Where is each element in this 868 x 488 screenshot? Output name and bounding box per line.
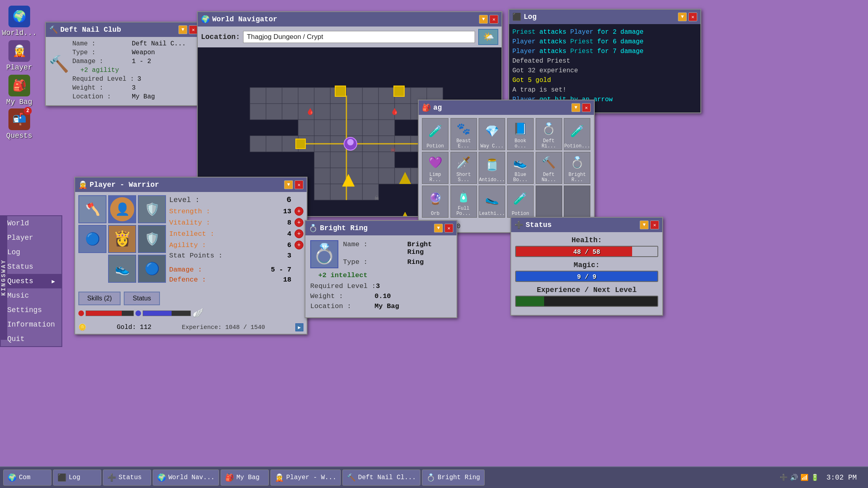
bag-slot-12[interactable]: 💍 Bright R... <box>564 152 590 184</box>
close-btn[interactable]: ✕ <box>189 25 198 34</box>
minimize-btn[interactable]: ▼ <box>571 103 580 112</box>
close-btn[interactable]: ✕ <box>688 12 697 21</box>
minimize-btn[interactable]: ▼ <box>284 180 293 189</box>
equip-slot-ring[interactable]: 🔵 <box>138 255 166 283</box>
close-btn[interactable]: ✕ <box>650 221 659 229</box>
log-titlebar[interactable]: ⬛ Log ▼ ✕ <box>509 10 700 24</box>
location-input[interactable] <box>243 31 475 43</box>
svg-rect-8 <box>362 88 379 104</box>
svg-rect-44 <box>266 136 282 152</box>
health-bar-row: Health: 48 / 58 <box>515 236 658 257</box>
svg-rect-28 <box>346 120 362 136</box>
close-btn[interactable]: ✕ <box>295 180 303 189</box>
taskbar-deft-nail[interactable]: 🔨 Deft Nail Cl... <box>342 470 420 486</box>
sidebar-item-player[interactable]: Player <box>1 231 61 245</box>
bag-slot-13[interactable]: 🔮 Orb <box>422 186 448 218</box>
bag-slot-10[interactable]: 👟 Blue Bo... <box>507 152 534 184</box>
taskbar-status[interactable]: ➕ Status <box>103 470 151 486</box>
desktop-icon-quests[interactable]: 📬 2 Quests <box>3 108 35 140</box>
agility-plus-btn[interactable]: + <box>295 241 303 249</box>
taskbar-mybag-icon: 🎒 <box>225 473 234 482</box>
equip-slot-2[interactable]: 👤 <box>108 195 136 223</box>
bright-ring-window: 💍 Bright Ring ▼ ✕ 💍 Name : Bright Ring T… <box>305 220 457 318</box>
bag-slot-3[interactable]: 💎 Way C... <box>479 118 505 150</box>
svg-rect-47 <box>330 152 346 168</box>
log-line-4: Defeated Priest <box>512 56 697 66</box>
svg-rect-54 <box>362 168 379 184</box>
taskbar-log[interactable]: ⬛ Log <box>53 470 101 486</box>
close-btn[interactable]: ✕ <box>582 103 591 112</box>
bag-slot-8[interactable]: 🗡️ Short S... <box>450 152 477 184</box>
bag-slot-2[interactable]: 🐾 Beast E... <box>450 118 477 150</box>
bag-slot-7[interactable]: 💜 Limp R... <box>422 152 448 184</box>
bag-slot-15[interactable]: 🥿 Leathi... <box>479 186 505 218</box>
equip-slot-3[interactable]: 🛡️ <box>138 195 166 223</box>
close-btn[interactable]: ✕ <box>489 15 498 24</box>
log-window: ⬛ Log ▼ ✕ Priest attacks Player for 2 da… <box>508 9 701 113</box>
desktop-icon-world[interactable]: 🌍 World... <box>3 6 35 37</box>
sidebar-item-settings[interactable]: Settings <box>1 303 61 317</box>
sidebar-item-quit[interactable]: Quit <box>1 332 61 346</box>
status-icon: ➕ <box>514 221 523 229</box>
taskbar-bright-ring[interactable]: 💍 Bright Ring <box>422 470 485 486</box>
sidebar-item-quests[interactable]: Quests ▶ <box>1 274 61 288</box>
equip-slot-1[interactable]: 🪓 <box>78 195 106 223</box>
sidebar-item-log[interactable]: Log <box>1 245 61 259</box>
desktop-icon-mybag[interactable]: 🎒 My Bag <box>3 75 35 106</box>
minimize-btn[interactable]: ▼ <box>178 25 187 34</box>
status-title: Status <box>526 221 552 229</box>
close-btn[interactable]: ✕ <box>444 224 453 233</box>
taskbar-world-nav[interactable]: 🌍 World Nav... <box>153 470 219 486</box>
health-combat-bar <box>86 310 134 316</box>
equip-slot-boots[interactable]: 👟 <box>108 255 136 283</box>
taskbar-player[interactable]: 🧝 Player - W... <box>270 470 341 486</box>
taskbar-clock: 3:02 PM <box>821 474 862 482</box>
equip-slot-6[interactable]: 🛡️ <box>138 225 166 253</box>
bag-slot-6[interactable]: 🧪 Potion... <box>564 118 590 150</box>
deft-nail-club-titlebar[interactable]: 🔨 Deft Nail Club ▼ ✕ <box>46 22 201 37</box>
equip-slot-portrait[interactable]: 👸 <box>108 225 136 253</box>
desktop-icon-player[interactable]: 🧝 Player <box>3 40 35 71</box>
taskbar-com[interactable]: 🌍 Com <box>3 470 51 486</box>
equip-slot-4[interactable]: 🔵 <box>78 225 106 253</box>
vitality-plus-btn[interactable]: + <box>295 218 303 227</box>
log-content[interactable]: Priest attacks Player for 2 damage Playe… <box>509 24 700 112</box>
skills-button[interactable]: Skills (2) <box>78 292 121 305</box>
bag-grid: 🧪 Potion 🐾 Beast E... 💎 Way C... 📘 Book … <box>419 115 594 221</box>
player-titlebar[interactable]: 🧝 Player - Warrior ▼ ✕ <box>75 178 307 192</box>
log-icon: ⬛ <box>512 12 521 21</box>
svg-rect-52 <box>330 168 346 184</box>
bag-slot-14[interactable]: 🧴 Full Po... <box>450 186 477 218</box>
level-row: Level : 6 <box>169 195 303 204</box>
sidebar-item-music[interactable]: Music <box>1 288 61 303</box>
sidebar-item-world[interactable]: World <box>1 216 61 231</box>
bag-slot-1[interactable]: 🧪 Potion <box>422 118 448 150</box>
xp-status-bar <box>515 296 658 307</box>
my-bag-titlebar[interactable]: 🎒 ag ▼ ✕ <box>419 100 594 115</box>
strength-plus-btn[interactable]: + <box>295 207 303 216</box>
taskbar-my-bag[interactable]: 🎒 My Bag <box>221 470 269 486</box>
stat-points-row: Stat Points : 3 <box>169 252 303 259</box>
minimize-btn[interactable]: ▼ <box>434 224 443 233</box>
minimize-btn[interactable]: ▼ <box>479 15 488 24</box>
world-navigator-titlebar[interactable]: 🌍 World Navigator ▼ ✕ <box>198 12 502 27</box>
svg-rect-26 <box>314 120 330 136</box>
bag-slot-16[interactable]: 🧪 Potion <box>507 186 534 218</box>
status-titlebar[interactable]: ➕ Status ▼ ✕ <box>511 218 662 232</box>
sidebar-item-information[interactable]: Information <box>1 317 61 332</box>
xp-expand-btn[interactable]: ▶ <box>295 323 303 331</box>
bag-slot-5[interactable]: 💍 Deft Ri... <box>536 118 562 150</box>
tray-signal-icon: 📶 <box>800 474 809 482</box>
player-window-title: Player - Warrior <box>90 181 159 189</box>
minimize-btn[interactable]: ▼ <box>678 12 687 21</box>
minimize-btn[interactable]: ▼ <box>640 221 649 229</box>
bag-slot-4[interactable]: 📘 Book o... <box>507 118 534 150</box>
bag-slot-9[interactable]: 🫙 Antido... <box>479 152 505 184</box>
sidebar-item-status[interactable]: Status <box>1 259 61 274</box>
intellect-plus-btn[interactable]: + <box>295 229 303 238</box>
bright-ring-titlebar[interactable]: 💍 Bright Ring ▼ ✕ <box>305 221 457 235</box>
bag-slot-11[interactable]: 🔨 Deft Na... <box>536 152 562 184</box>
status-button[interactable]: Status <box>124 292 160 305</box>
sidebar-menu: World Player Log Status Quests ▶ Music S… <box>0 215 62 347</box>
svg-rect-59 <box>314 184 330 200</box>
